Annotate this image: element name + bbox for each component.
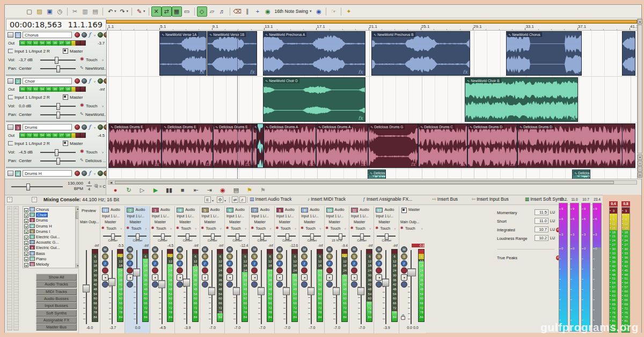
fx-icon[interactable]: ƒ bbox=[351, 260, 357, 267]
track-record-button[interactable] bbox=[75, 78, 80, 84]
channel-strip-8[interactable]: 8AudioInput 1 L/...Master✱Touch▿CenterMS… bbox=[274, 206, 299, 333]
strip-touch-dropdown[interactable]: ▿ bbox=[245, 227, 246, 230]
track-visible-checkbox[interactable] bbox=[24, 236, 28, 240]
strip-fader-thumb[interactable] bbox=[258, 287, 265, 295]
strip-automation-flower-icon[interactable]: ✱ bbox=[101, 226, 105, 230]
filter-button-show-all[interactable]: Show All bbox=[36, 274, 77, 281]
clip-fx-indicator[interactable]: fx bbox=[358, 115, 363, 121]
strip-fader-thumb[interactable] bbox=[208, 287, 215, 295]
strip-input-label[interactable]: Input 1 L/... bbox=[152, 214, 170, 218]
audio-clip[interactable]: ∿ Delicious Drums Efx bbox=[213, 123, 252, 168]
strip-fader-thumb[interactable] bbox=[108, 278, 115, 286]
strip-pan-slider[interactable] bbox=[178, 236, 196, 237]
strip-output-label[interactable]: Main Outp... bbox=[400, 220, 419, 224]
track-name[interactable]: Chorus bbox=[36, 207, 49, 212]
strip-fader-thumb[interactable] bbox=[357, 287, 364, 295]
track-mute-button[interactable] bbox=[82, 171, 87, 176]
tempo-slider-thumb[interactable] bbox=[26, 184, 30, 191]
solo-icon[interactable]: S bbox=[202, 253, 208, 260]
record-icon[interactable] bbox=[177, 267, 183, 274]
object-mode-range-button[interactable]: ⇄ bbox=[162, 6, 172, 17]
track-fx-dropdown[interactable]: ▿ bbox=[94, 172, 96, 175]
audio-clip[interactable] bbox=[622, 123, 635, 168]
strip-pan-slider[interactable] bbox=[128, 236, 146, 237]
touch-mode-label[interactable]: Touch bbox=[86, 57, 97, 62]
strip-input-label[interactable]: Input 1 L/... bbox=[226, 214, 244, 218]
track-record-button[interactable] bbox=[75, 124, 80, 130]
phase-icon[interactable] bbox=[326, 281, 333, 288]
strip-fader-thumb[interactable] bbox=[158, 280, 165, 288]
strip-input-label[interactable]: Input 1 L/... bbox=[102, 214, 120, 218]
strip-pan-slider[interactable] bbox=[352, 236, 370, 237]
automation-flower-icon[interactable]: ✱ bbox=[80, 56, 84, 62]
audio-clip[interactable]: ∿ Delicious Dr bbox=[368, 170, 386, 179]
record-icon[interactable] bbox=[102, 267, 108, 274]
track-name[interactable]: Acoustic G... bbox=[36, 240, 59, 245]
strip-touch-dropdown[interactable]: ▿ bbox=[394, 227, 396, 230]
strip-automation-flower-icon[interactable]: ✱ bbox=[301, 226, 304, 230]
track-record-button[interactable] bbox=[75, 171, 80, 176]
pan-slider[interactable] bbox=[40, 68, 76, 69]
dock-strip-2[interactable]: ⌃ bbox=[13, 206, 19, 331]
punch-marker-list-button[interactable]: ▤ bbox=[232, 187, 240, 194]
strip-touch-dropdown[interactable]: ▿ bbox=[120, 227, 122, 230]
setup-gear-dropdown[interactable]: ▾ bbox=[224, 199, 226, 202]
channel-strip-4[interactable]: 4AudioInput 1 L/...Master✱Touch▿CenterMS… bbox=[174, 206, 199, 333]
strip-fader-thumb[interactable] bbox=[133, 268, 140, 276]
track-fx-dropdown[interactable]: ▿ bbox=[94, 79, 96, 83]
record-icon[interactable] bbox=[251, 267, 258, 274]
strip-input-label[interactable]: Input 1 L/... bbox=[127, 214, 144, 218]
channel-strip-6[interactable]: 6AudioInput 1 L/...Master✱Touch▿CenterMS… bbox=[224, 206, 249, 333]
strip-fader-thumb[interactable] bbox=[283, 287, 290, 295]
mute-icon[interactable]: M bbox=[301, 246, 308, 253]
strip-touch-dropdown[interactable]: ▿ bbox=[170, 227, 172, 230]
stop-button[interactable]: ■ bbox=[178, 187, 187, 193]
strip-fader-thumb[interactable] bbox=[407, 268, 416, 276]
bpm-display[interactable]: 130,000BPM bbox=[65, 181, 83, 192]
strip-pan-slider[interactable] bbox=[228, 236, 246, 237]
strip-pan-slider[interactable] bbox=[103, 236, 121, 237]
strip-output-label[interactable]: Master bbox=[105, 220, 116, 224]
insert-button-5[interactable]: ⇦Insert Input Bus bbox=[472, 196, 509, 203]
master-strip[interactable]: MasterMain Outp...✱Touch▿MSƒ◂0.861218243… bbox=[399, 206, 426, 333]
mute-icon[interactable]: M bbox=[276, 246, 283, 253]
solo-icon[interactable]: S bbox=[276, 253, 283, 260]
strip-touch-label[interactable]: Touch bbox=[355, 226, 365, 230]
clip-fx-indicator[interactable]: fx bbox=[250, 69, 254, 75]
open-project-button[interactable]: ▨ bbox=[34, 6, 45, 17]
hand-tool-button[interactable]: ☞ bbox=[328, 6, 339, 17]
strip-pan-slider[interactable] bbox=[377, 236, 395, 237]
strip-output-label[interactable]: Main Outp... bbox=[80, 220, 99, 224]
track-name-input[interactable]: Drums bbox=[23, 124, 72, 130]
strip-touch-dropdown[interactable]: ▿ bbox=[345, 227, 346, 230]
record-icon[interactable] bbox=[301, 267, 308, 274]
strip-input-label[interactable]: Input 1 L/... bbox=[301, 214, 319, 218]
timeline-ruler[interactable]: 1.15.19.113.117.121.125.129.133.137.141.… bbox=[106, 19, 637, 31]
monitor-icon[interactable]: ◂ bbox=[102, 274, 108, 281]
monitor-view-button[interactable]: ▭ bbox=[182, 6, 192, 17]
mixer-track-row-drums-i[interactable]: 5Drums I bbox=[24, 229, 75, 235]
strip-touch-dropdown[interactable]: ▿ bbox=[295, 227, 296, 230]
strip-fader-thumb[interactable] bbox=[233, 287, 240, 295]
track-automation-icon[interactable] bbox=[98, 78, 103, 84]
mute-icon[interactable]: M bbox=[351, 246, 357, 253]
strip-pan-slider[interactable] bbox=[277, 236, 296, 237]
strip-fader-thumb[interactable] bbox=[333, 287, 340, 295]
monitor-speaker-button[interactable]: ♬ bbox=[239, 196, 246, 203]
link-channels-button[interactable]: ⇄ bbox=[232, 196, 238, 203]
draw-mode-button[interactable]: ◇ bbox=[197, 6, 207, 17]
scroll-up-button[interactable]: ▲ bbox=[638, 19, 642, 24]
volume-slider[interactable] bbox=[40, 60, 76, 61]
insert-button-4[interactable]: ⇨Insert Bus bbox=[432, 196, 458, 203]
record-icon[interactable] bbox=[401, 267, 407, 274]
filter-button-master-bus[interactable]: Master Bus bbox=[36, 324, 77, 331]
strip-automation-flower-icon[interactable]: ✱ bbox=[176, 226, 179, 230]
fx-icon[interactable]: ƒ bbox=[401, 260, 407, 267]
record-icon[interactable] bbox=[127, 267, 133, 274]
track-visible-checkbox[interactable] bbox=[24, 263, 28, 267]
tempo-slider[interactable] bbox=[11, 186, 63, 187]
fx-icon[interactable]: ƒ bbox=[326, 260, 333, 267]
track-fx-dropdown[interactable]: ▿ bbox=[94, 33, 96, 37]
scroll-down-button[interactable]: ▼ bbox=[638, 155, 642, 160]
monitor-icon[interactable]: ◂ bbox=[251, 274, 258, 281]
